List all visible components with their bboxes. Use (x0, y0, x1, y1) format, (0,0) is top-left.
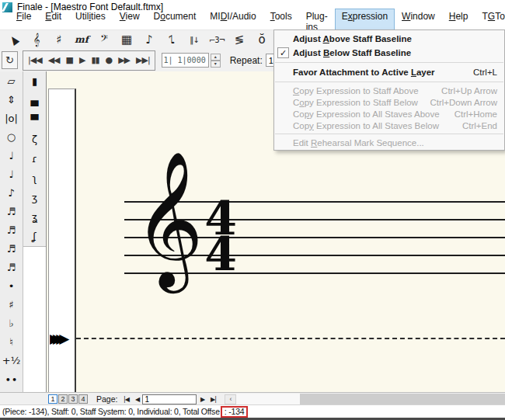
menu-item-favor-attachment-to-active-layer[interactable]: Favor Attachment to Active LayerCtrl+L (274, 65, 504, 79)
status-offset-annotation: : -134 (221, 406, 249, 418)
forward-to-end-button[interactable]: ▶▶| (133, 54, 153, 67)
half-step-down-button[interactable]: ∙∙ (1, 370, 22, 388)
play-button[interactable]: ▶ (76, 54, 88, 67)
hundred-twenty-eighth-rest-button[interactable]: ʆ (24, 227, 45, 246)
augmentation-dot-button[interactable]: • (1, 276, 22, 295)
quarter-note-button[interactable]: ♩ (1, 165, 22, 183)
clef-tool-icon: 𝄢 (100, 33, 108, 47)
page-tab-1[interactable]: 1 (48, 394, 57, 404)
page-tab-2[interactable]: 2 (58, 394, 68, 404)
smart-shape-tool-button[interactable]: ≶ (232, 32, 246, 47)
menu-item-label: Copy Expression to Staff Below (293, 98, 430, 107)
rest-palette-column: ▮▄▀ζɾʅʒʓʆ (23, 71, 46, 393)
whole-note-icon: ○ (7, 131, 16, 143)
eighth-rest-button[interactable]: ɾ (24, 149, 45, 168)
sharp-button[interactable]: ♯ (1, 295, 22, 314)
half-note-button[interactable]: ♩ (1, 146, 22, 165)
baseline-adjust-arrows[interactable]: ▶▶▶▶ (50, 331, 75, 346)
double-whole-rest-button[interactable]: ▮ (24, 71, 45, 91)
menu-item-adjust-above-staff-baseline[interactable]: Adjust Above Staff Baseline (274, 32, 504, 46)
transport-controls: |◀◀◀◀■▶▮▮●▶▶▶▶| (23, 50, 155, 71)
menu-item-label: Adjust Above Staff Baseline (293, 34, 497, 43)
half-step-down-icon: ∙∙ (5, 373, 17, 385)
rewind-to-start-button[interactable]: |◀◀ (25, 54, 45, 67)
tuplet-tool-icon: ⌐3¬ (209, 36, 225, 44)
menu-bar: FileEditUtilitiesViewDocumentMIDI/AudioT… (0, 14, 505, 30)
staff-tool-button[interactable]: 𝄞 (30, 32, 44, 47)
expression-tool-button[interactable]: mf (75, 32, 89, 47)
sixteenth-note-button[interactable]: ♬ (1, 202, 22, 220)
stop-button[interactable]: ■ (63, 54, 76, 67)
last-page-button[interactable]: ▶| (207, 394, 218, 404)
tuplet-tool-button[interactable]: ⌐3¬ (210, 32, 224, 47)
menu-item-copy-expression-to-all-staves-below: Copy Expression to All Staves BelowCtrl+… (274, 120, 504, 131)
menu-item-edit-rehearsal-mark-sequence: Edit Rehearsal Mark Sequence... (274, 137, 504, 148)
page-tab-3[interactable]: 3 (68, 394, 78, 404)
hyperscribe-tool-button[interactable]: ‖↓ (187, 32, 201, 47)
quarter-rest-button[interactable]: ζ (24, 130, 45, 149)
key-signature-tool-icon: ♯ (56, 33, 61, 47)
note-palette-column: ▱⇕|o|○♩♩♪♬♬♬♬•♯♭♮+½∙∙ (0, 71, 23, 393)
playback-counter: 1| 1|0000 (162, 53, 209, 68)
horizontal-scrollbar-track[interactable] (236, 394, 505, 404)
horizontal-scrollbar-thumb[interactable] (300, 394, 505, 404)
eighth-note-button[interactable]: ♪ (1, 183, 22, 202)
half-step-up-icon: +½ (2, 355, 21, 366)
previous-page-button[interactable]: ◀ (131, 394, 142, 404)
fast-forward-button[interactable]: ▶▶ (115, 54, 133, 67)
menu-item-adjust-below-staff-baseline[interactable]: ✓Adjust Below Staff Baseline (274, 46, 504, 60)
measure-tool-button[interactable]: ▦ (120, 32, 134, 47)
whole-note-button[interactable]: ○ (1, 127, 22, 146)
quarter-note-icon: ♩ (9, 168, 13, 180)
menu-item-copy-expression-to-all-staves-above: Copy Expression to All Staves AboveCtrl+… (274, 108, 504, 120)
sixteenth-rest-button[interactable]: ʅ (24, 168, 45, 188)
menu-item-label: Edit Rehearsal Mark Sequence... (293, 138, 497, 148)
spinner-down-icon[interactable]: ▾ (211, 61, 221, 68)
simple-entry-tool-button[interactable]: ♪ (142, 32, 156, 47)
simple-entry-tool-icon: ♪ (145, 33, 153, 47)
rewind-button[interactable]: ◀◀ (45, 54, 63, 67)
page-number-input[interactable] (142, 394, 197, 404)
sixty-fourth-rest-button[interactable]: ʓ (24, 207, 45, 227)
spinner-up-icon[interactable]: ▴ (211, 54, 221, 61)
menu-item-copy-expression-to-staff-below: Copy Expression to Staff BelowCtrl+Down … (274, 96, 504, 108)
pitch-up-down-button[interactable]: ⇕ (1, 90, 22, 109)
flat-button[interactable]: ♭ (1, 314, 22, 332)
speedy-entry-tool-button[interactable]: ♪ (165, 32, 179, 47)
half-rest-button[interactable]: ▀ (24, 110, 45, 130)
main-toolbar-items: ▲𝄞♯mf𝄢▦♪♪‖↓⌐3¬≶ŏ (7, 32, 269, 47)
half-rest-icon: ▀ (31, 114, 39, 126)
tool-palette-dock: ▱⇕|o|○♩♩♪♬♬♬♬•♯♭♮+½∙∙ ▮▄▀ζɾʅʒʓʆ (0, 71, 47, 393)
thirty-second-rest-button[interactable]: ʒ (24, 188, 45, 207)
key-signature-tool-button[interactable]: ♯ (52, 32, 66, 47)
articulation-tool-button[interactable]: ŏ (255, 32, 269, 47)
sixty-fourth-note-button[interactable]: ♬ (1, 239, 22, 258)
first-page-button[interactable]: |◀ (120, 394, 131, 404)
thirty-second-note-button[interactable]: ♬ (1, 220, 22, 239)
record-button[interactable]: ● (103, 54, 116, 67)
scrollbar-left-arrow-icon[interactable]: ‹ (225, 394, 236, 404)
pause-button[interactable]: ▮▮ (88, 54, 102, 67)
menu-separator (275, 134, 503, 134)
double-whole-note-button[interactable]: |o| (1, 109, 22, 127)
eraser-button[interactable]: ▱ (1, 71, 22, 90)
clef-tool-button[interactable]: 𝄢 (97, 32, 111, 47)
half-step-up-button[interactable]: +½ (1, 351, 22, 370)
menu-item-label: Favor Attachment to Active Layer (293, 68, 473, 77)
expression-tool-icon: mf (75, 34, 89, 45)
augmentation-dot-icon: • (9, 280, 15, 292)
menu-item-label: Adjust Below Staff Baseline (293, 48, 497, 57)
pager-inner: 1234 Page: |◀◀ ▶▶| ‹ (48, 393, 505, 405)
whole-rest-button[interactable]: ▄ (24, 91, 45, 110)
next-page-button[interactable]: ▶ (197, 394, 207, 404)
natural-icon: ♮ (9, 336, 13, 348)
natural-button[interactable]: ♮ (1, 332, 22, 351)
eraser-icon: ▱ (8, 75, 16, 87)
loop-playback-button[interactable]: ↻ (2, 51, 18, 69)
double-whole-note-icon: |o| (5, 113, 18, 124)
hundred-twenty-eighth-note-button[interactable]: ♬ (1, 258, 22, 276)
page-tab-4[interactable]: 4 (78, 394, 88, 404)
selection-tool-button[interactable]: ▲ (7, 32, 21, 47)
menu-separator (275, 62, 503, 63)
hundred-twenty-eighth-note-icon: ♬ (7, 262, 16, 273)
